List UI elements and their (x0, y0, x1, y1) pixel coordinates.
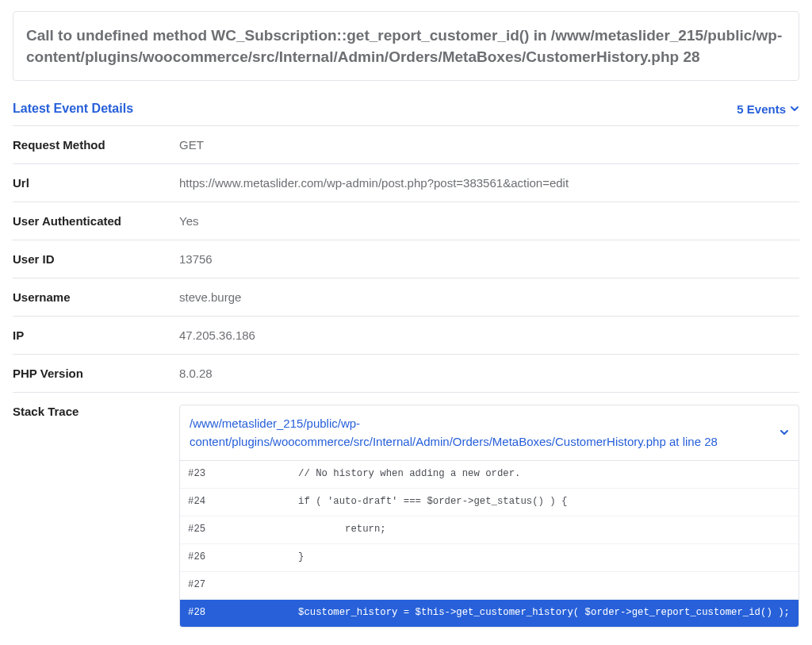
detail-label: User Authenticated (13, 214, 179, 228)
code-line-highlighted: #28 $customer_history = $this->get_custo… (180, 600, 799, 627)
details-list: Request MethodGETUrlhttps://www.metaslid… (13, 126, 799, 393)
code-line: #27 (180, 572, 799, 600)
error-title-box: Call to undefined method WC_Subscription… (13, 11, 799, 81)
detail-value: 8.0.28 (179, 367, 799, 380)
detail-value: Yes (179, 214, 799, 228)
code-line-number: #23 (188, 468, 251, 481)
code-line-content: $customer_history = $this->get_customer_… (251, 607, 791, 620)
error-title: Call to undefined method WC_Subscription… (26, 25, 786, 67)
code-line-number: #24 (188, 496, 251, 509)
code-line: #23 // No history when adding a new orde… (180, 461, 799, 489)
detail-value: 47.205.36.186 (179, 328, 799, 342)
section-header: Latest Event Details 5 Events (13, 95, 799, 126)
code-line-content: } (251, 551, 791, 564)
chevron-down-icon (790, 104, 799, 113)
chevron-down-icon (779, 426, 789, 440)
code-line-number: #28 (188, 607, 251, 620)
code-line-content: // No history when adding a new order. (251, 468, 791, 481)
stack-trace-header[interactable]: /www/metaslider_215/public/wp-content/pl… (180, 405, 799, 460)
detail-label: Request Method (13, 138, 179, 152)
code-block: #23 // No history when adding a new orde… (180, 460, 799, 627)
code-line-content: if ( 'auto-draft' === $order->get_status… (251, 496, 791, 509)
code-line-number: #26 (188, 551, 251, 564)
code-line-content (251, 579, 791, 592)
code-line: #25 return; (180, 516, 799, 544)
code-line-number: #27 (188, 579, 251, 592)
events-count-toggle[interactable]: 5 Events (737, 102, 799, 116)
detail-row: User ID13756 (13, 240, 799, 278)
stack-trace-row: Stack Trace /www/metaslider_215/public/w… (13, 393, 799, 639)
detail-label: Username (13, 290, 179, 304)
detail-value: GET (179, 138, 799, 152)
detail-label: Url (13, 176, 179, 190)
detail-row: User AuthenticatedYes (13, 202, 799, 240)
code-line-content: return; (251, 524, 791, 536)
detail-row: Urlhttps://www.metaslider.com/wp-admin/p… (13, 164, 799, 202)
detail-label: PHP Version (13, 367, 179, 380)
code-line: #26 } (180, 544, 799, 572)
detail-row: Request MethodGET (13, 126, 799, 164)
detail-value: 13756 (179, 252, 799, 266)
detail-row: Usernamesteve.burge (13, 278, 799, 317)
detail-label: User ID (13, 252, 179, 266)
code-line: #24 if ( 'auto-draft' === $order->get_st… (180, 489, 799, 516)
detail-value: steve.burge (179, 290, 799, 304)
stack-trace-path: /www/metaslider_215/public/wp-content/pl… (190, 414, 779, 451)
events-count-label: 5 Events (737, 102, 786, 116)
code-line-number: #25 (188, 524, 251, 536)
stack-trace-label: Stack Trace (13, 405, 179, 418)
section-title: Latest Event Details (13, 102, 133, 116)
detail-row: IP47.205.36.186 (13, 317, 799, 355)
detail-value: https://www.metaslider.com/wp-admin/post… (179, 176, 799, 190)
detail-row: PHP Version8.0.28 (13, 355, 799, 393)
stack-trace-container: /www/metaslider_215/public/wp-content/pl… (179, 405, 799, 627)
detail-label: IP (13, 328, 179, 342)
